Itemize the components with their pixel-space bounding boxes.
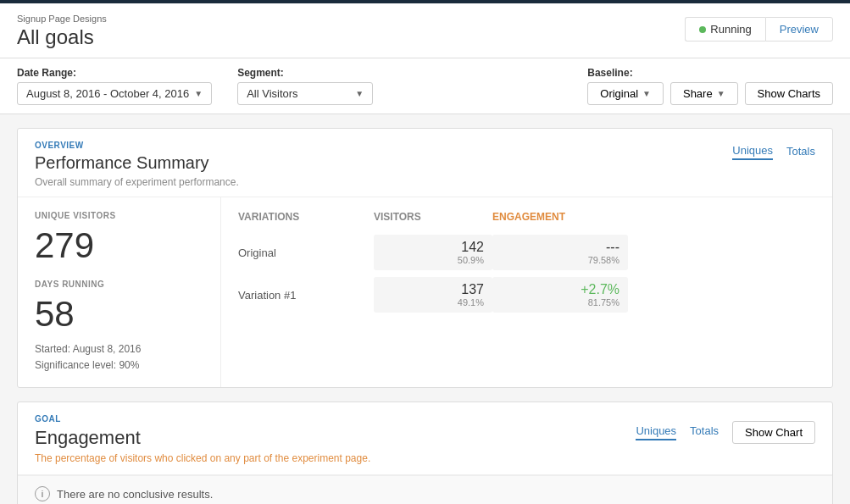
var-visitors-box-1: 137 49.1%	[374, 277, 492, 313]
show-charts-label: Show Charts	[758, 87, 820, 100]
goal-subtitle: The percentage of visitors who clicked o…	[35, 452, 370, 464]
page-title: All goals	[17, 25, 107, 49]
col-visitors-header: Visitors	[374, 211, 492, 223]
baseline-chevron-icon: ▼	[642, 89, 651, 98]
days-section: DAYS RUNNING 58	[35, 280, 203, 335]
var-name-original: Original	[238, 246, 374, 259]
status-preview-button[interactable]: Preview	[765, 17, 833, 42]
baseline-group: Baseline: Original ▼ Share ▼ Show Charts	[587, 67, 833, 105]
performance-body: UNIQUE VISITORS 279 DAYS RUNNING 58 Star…	[18, 197, 832, 387]
perf-right: Variations Visitors Engagement Original …	[221, 197, 832, 387]
var-engagement-1: +2.7% 81.75%	[492, 277, 628, 313]
table-header-row: Variations Visitors Engagement	[238, 211, 815, 228]
baseline-value: Original	[600, 87, 638, 100]
goal-card: GOAL Engagement The percentage of visito…	[17, 402, 833, 504]
performance-card: OVERVIEW Performance Summary Overall sum…	[17, 128, 833, 388]
no-results-text: There are no conclusive results.	[57, 488, 213, 501]
var-engagement-box-1: +2.7% 81.75%	[492, 277, 628, 313]
page-subtitle: Signup Page Designs	[17, 14, 107, 24]
significance-label: Significance level: 90%	[35, 357, 203, 374]
visitors-pct-original: 50.9%	[382, 255, 484, 265]
started-info: Started: August 8, 2016 Significance lev…	[35, 341, 203, 374]
date-range-value: August 8, 2016 - October 4, 2016	[26, 87, 189, 100]
goal-title: Engagement	[35, 427, 370, 449]
performance-subtitle: Overall summary of experiment performanc…	[35, 176, 239, 188]
baseline-label: Baseline:	[587, 67, 833, 79]
days-running-value: 58	[35, 294, 203, 335]
overview-label: OVERVIEW	[35, 141, 239, 150]
no-results-bar: i There are no conclusive results.	[18, 475, 832, 504]
controls-right: Baseline: Original ▼ Share ▼ Show Charts	[587, 67, 833, 105]
show-chart-button[interactable]: Show Chart	[732, 421, 815, 444]
baseline-btn-group: Original ▼ Share ▼ Show Charts	[587, 82, 833, 105]
col-variation-header: Variations	[238, 211, 374, 223]
var-engagement-original: --- 79.58%	[492, 235, 628, 270]
var-visitors-1: 137 49.1%	[374, 277, 492, 313]
segment-value: All Visitors	[247, 87, 297, 100]
goal-header-left: GOAL Engagement The percentage of visito…	[35, 414, 370, 464]
segment-chevron-icon: ▼	[355, 89, 364, 98]
eng-num-1: +2.7%	[501, 282, 619, 297]
visitors-num-1: 137	[382, 282, 484, 297]
tab-totals[interactable]: Totals	[786, 145, 815, 159]
goal-tabs: Uniques Totals	[636, 424, 719, 440]
share-chevron-icon: ▼	[717, 89, 725, 98]
main-content: OVERVIEW Performance Summary Overall sum…	[0, 114, 850, 504]
performance-tabs: Uniques Totals	[732, 141, 815, 160]
segment-label: Segment:	[237, 67, 373, 79]
eng-num-original: ---	[501, 240, 619, 255]
page-title-area: Signup Page Designs All goals	[17, 14, 107, 49]
variation-row-original: Original 142 50.9% --- 79.58%	[238, 235, 815, 270]
goal-header-right: Uniques Totals Show Chart	[636, 414, 815, 444]
eng-pct-1: 81.75%	[501, 297, 619, 307]
status-dot-icon	[699, 26, 706, 33]
show-charts-button[interactable]: Show Charts	[745, 82, 833, 105]
variation-row-1: Variation #1 137 49.1% +2.7% 81.75%	[238, 277, 815, 313]
baseline-button[interactable]: Original ▼	[587, 82, 664, 105]
var-visitors-original: 142 50.9%	[374, 235, 492, 270]
share-button[interactable]: Share ▼	[670, 82, 738, 105]
var-visitors-box-original: 142 50.9%	[374, 235, 492, 270]
page-header: Signup Page Designs All goals Running Pr…	[0, 3, 850, 58]
visitors-num-original: 142	[382, 240, 484, 255]
segment-group: Segment: All Visitors ▼	[237, 67, 373, 105]
preview-label: Preview	[780, 23, 819, 36]
goal-tab-uniques[interactable]: Uniques	[636, 424, 676, 440]
share-label: Share	[683, 87, 713, 100]
days-running-label: DAYS RUNNING	[35, 280, 203, 289]
date-range-select[interactable]: August 8, 2016 - October 4, 2016 ▼	[17, 82, 212, 105]
unique-visitors-label: UNIQUE VISITORS	[35, 211, 203, 220]
col-engagement-header: Engagement	[492, 211, 628, 223]
status-running-button[interactable]: Running	[685, 17, 764, 42]
info-icon: i	[35, 486, 50, 501]
performance-header-left: OVERVIEW Performance Summary Overall sum…	[35, 141, 239, 188]
tab-uniques[interactable]: Uniques	[732, 144, 773, 160]
controls-bar: Date Range: August 8, 2016 - October 4, …	[0, 58, 850, 114]
visitors-pct-1: 49.1%	[382, 297, 484, 307]
goal-label: GOAL	[35, 414, 370, 424]
perf-left: UNIQUE VISITORS 279 DAYS RUNNING 58 Star…	[18, 197, 221, 387]
segment-select[interactable]: All Visitors ▼	[237, 82, 373, 105]
started-label: Started: August 8, 2016	[35, 341, 203, 357]
date-range-chevron-icon: ▼	[194, 89, 203, 98]
date-range-label: Date Range:	[17, 67, 212, 79]
performance-title: Performance Summary	[35, 153, 239, 173]
eng-pct-original: 79.58%	[501, 255, 619, 265]
performance-card-header: OVERVIEW Performance Summary Overall sum…	[18, 129, 832, 197]
unique-visitors-value: 279	[35, 225, 203, 266]
goal-card-header: GOAL Engagement The percentage of visito…	[18, 402, 832, 475]
goal-tab-totals[interactable]: Totals	[690, 424, 719, 440]
var-engagement-box-original: --- 79.58%	[492, 235, 628, 270]
header-right: Running Preview	[685, 17, 833, 42]
date-range-group: Date Range: August 8, 2016 - October 4, …	[17, 67, 212, 105]
running-label: Running	[710, 23, 751, 36]
var-name-1: Variation #1	[238, 289, 374, 302]
